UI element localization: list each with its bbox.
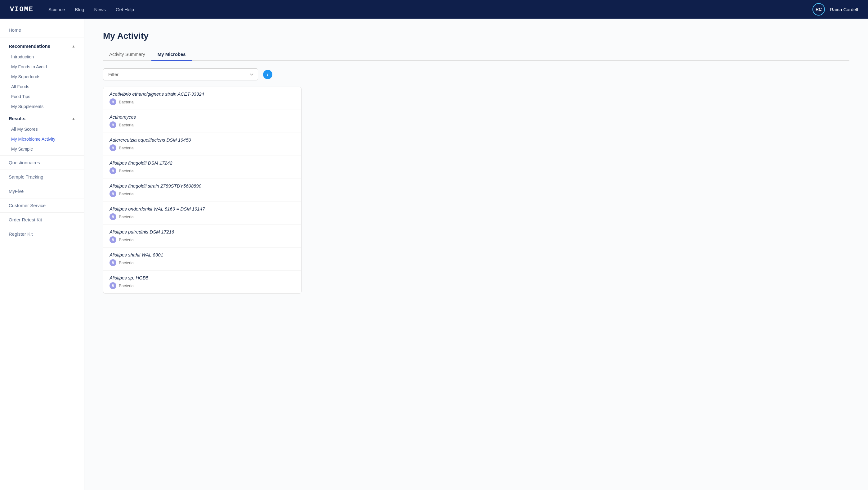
microbe-item[interactable]: Actinomyces B Bacteria <box>103 110 301 133</box>
microbe-badge-row: B Bacteria <box>110 259 295 266</box>
microbe-item[interactable]: Alistipes onderdonkii WAL 8169 = DSM 191… <box>103 202 301 225</box>
bacteria-label: Bacteria <box>119 237 134 242</box>
sidebar: Home Recommendations ▲ Introduction My F… <box>0 19 84 490</box>
sidebar-item-all-foods[interactable]: All Foods <box>0 82 84 92</box>
user-name: Raina Cordell <box>830 7 858 12</box>
sidebar-item-supplements[interactable]: My Supplements <box>0 102 84 112</box>
bacteria-label: Bacteria <box>119 284 134 288</box>
recommendations-items: Introduction My Foods to Avoid My Superf… <box>0 52 84 112</box>
sidebar-item-sample-tracking[interactable]: Sample Tracking <box>0 170 84 184</box>
results-title: Results <box>9 116 25 121</box>
microbe-name: Alistipes onderdonkii WAL 8169 = DSM 191… <box>110 206 295 211</box>
microbe-item[interactable]: Alistipes shahii WAL 8301 B Bacteria <box>103 248 301 271</box>
sidebar-item-order-retest[interactable]: Order Retest Kit <box>0 212 84 227</box>
microbe-badge-row: B Bacteria <box>110 121 295 128</box>
microbe-badge-row: B Bacteria <box>110 98 295 105</box>
microbe-name: Alistipes finegoldii strain 2789STDY5608… <box>110 183 295 189</box>
results-chevron: ▲ <box>72 116 75 121</box>
bacteria-label: Bacteria <box>119 146 134 150</box>
nav-link-blog[interactable]: Blog <box>75 7 84 12</box>
microbe-badge-row: B Bacteria <box>110 282 295 289</box>
bacteria-label: Bacteria <box>119 123 134 127</box>
microbe-item[interactable]: Acetivibrio ethanolgignens strain ACET-3… <box>103 87 301 110</box>
bacteria-label: Bacteria <box>119 261 134 265</box>
sidebar-item-register-kit[interactable]: Register Kit <box>0 227 84 241</box>
microbe-name: Adlercreutzia equolifaciens DSM 19450 <box>110 137 295 143</box>
page-title: My Activity <box>103 31 849 41</box>
bacteria-badge: B <box>110 236 116 243</box>
sidebar-item-myfive[interactable]: MyFive <box>0 184 84 198</box>
microbe-name: Actinomyces <box>110 114 295 120</box>
bacteria-badge: B <box>110 213 116 220</box>
microbe-name: Alistipes finegoldii DSM 17242 <box>110 160 295 166</box>
recommendations-header[interactable]: Recommendations ▲ <box>0 40 84 52</box>
bacteria-badge: B <box>110 98 116 105</box>
sidebar-item-foods-to-avoid[interactable]: My Foods to Avoid <box>0 62 84 72</box>
microbe-item[interactable]: Alistipes putredinis DSM 17216 B Bacteri… <box>103 225 301 248</box>
sidebar-section-recommendations: Recommendations ▲ Introduction My Foods … <box>0 40 84 112</box>
results-items: All My Scores My Microbiome Activity My … <box>0 124 84 154</box>
microbe-item[interactable]: Adlercreutzia equolifaciens DSM 19450 B … <box>103 133 301 156</box>
info-icon[interactable]: i <box>263 70 272 79</box>
microbe-name: Acetivibrio ethanolgignens strain ACET-3… <box>110 91 295 96</box>
microbe-item[interactable]: Alistipes finegoldii DSM 17242 B Bacteri… <box>103 156 301 179</box>
bacteria-label: Bacteria <box>119 100 134 104</box>
sidebar-item-microbiome-activity[interactable]: My Microbiome Activity <box>0 134 84 144</box>
recommendations-chevron: ▲ <box>72 44 75 49</box>
sidebar-item-superfoods[interactable]: My Superfoods <box>0 72 84 82</box>
microbe-item[interactable]: Alistipes sp. HGB5 B Bacteria <box>103 271 301 293</box>
recommendations-title: Recommendations <box>9 44 50 49</box>
nav-right: RC Raina Cordell <box>812 3 858 16</box>
microbe-badge-row: B Bacteria <box>110 144 295 151</box>
bacteria-badge: B <box>110 259 116 266</box>
nav-link-get-help[interactable]: Get Help <box>116 7 134 12</box>
filter-select[interactable]: Filter <box>103 68 258 80</box>
bacteria-badge: B <box>110 144 116 151</box>
results-header[interactable]: Results ▲ <box>0 113 84 124</box>
sidebar-item-my-sample[interactable]: My Sample <box>0 144 84 154</box>
filter-row: Filter i <box>103 68 849 80</box>
sidebar-section-results: Results ▲ All My Scores My Microbiome Ac… <box>0 113 84 154</box>
microbe-badge-row: B Bacteria <box>110 213 295 220</box>
logo: VIOME <box>10 6 33 13</box>
sidebar-item-all-my-scores[interactable]: All My Scores <box>0 124 84 134</box>
bacteria-label: Bacteria <box>119 169 134 173</box>
main-content: My Activity Activity Summary My Microbes… <box>84 19 868 490</box>
sidebar-item-customer-service[interactable]: Customer Service <box>0 198 84 212</box>
microbe-name: Alistipes sp. HGB5 <box>110 275 295 280</box>
microbe-name: Alistipes shahii WAL 8301 <box>110 252 295 257</box>
nav-link-news[interactable]: News <box>94 7 106 12</box>
bacteria-label: Bacteria <box>119 214 134 219</box>
microbe-badge-row: B Bacteria <box>110 190 295 197</box>
tabs: Activity Summary My Microbes <box>103 49 849 61</box>
nav-link-science[interactable]: Science <box>49 7 65 12</box>
top-nav: VIOME ScienceBlogNewsGet Help RC Raina C… <box>0 0 868 19</box>
bacteria-badge: B <box>110 282 116 289</box>
sidebar-item-introduction[interactable]: Introduction <box>0 52 84 62</box>
layout: Home Recommendations ▲ Introduction My F… <box>0 19 868 490</box>
microbe-name: Alistipes putredinis DSM 17216 <box>110 229 295 234</box>
sidebar-home[interactable]: Home <box>0 25 84 38</box>
bacteria-badge: B <box>110 121 116 128</box>
tab-activity-summary[interactable]: Activity Summary <box>103 49 151 61</box>
bacteria-badge: B <box>110 190 116 197</box>
sidebar-item-questionnaires[interactable]: Questionnaires <box>0 155 84 170</box>
user-avatar[interactable]: RC <box>812 3 825 16</box>
sidebar-item-food-tips[interactable]: Food Tips <box>0 92 84 102</box>
microbe-badge-row: B Bacteria <box>110 167 295 174</box>
tab-my-microbes[interactable]: My Microbes <box>151 49 192 61</box>
microbe-badge-row: B Bacteria <box>110 236 295 243</box>
microbe-item[interactable]: Alistipes finegoldii strain 2789STDY5608… <box>103 179 301 202</box>
microbes-list: Acetivibrio ethanolgignens strain ACET-3… <box>103 87 302 294</box>
bacteria-badge: B <box>110 167 116 174</box>
bacteria-label: Bacteria <box>119 192 134 196</box>
nav-links: ScienceBlogNewsGet Help <box>49 7 812 12</box>
